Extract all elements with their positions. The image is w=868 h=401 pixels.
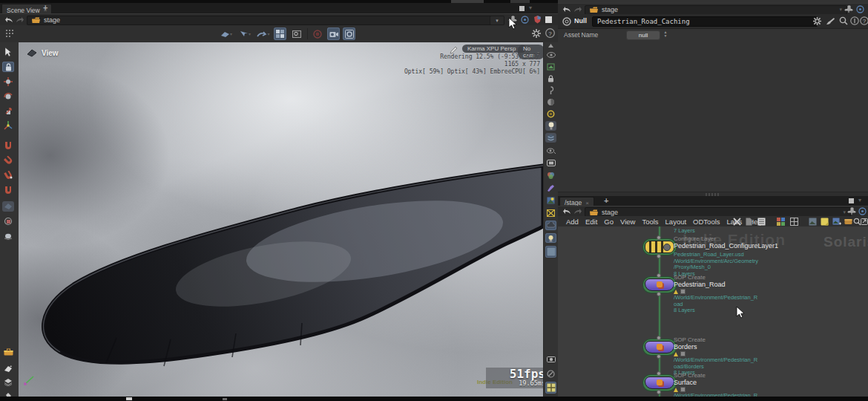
link-compass-icon[interactable] (858, 207, 867, 215)
move-pivot-tool-icon[interactable]: ▾ (257, 28, 270, 39)
shield-icon[interactable] (533, 16, 542, 24)
new-tab-icon[interactable]: + (43, 3, 47, 12)
cloth-sheet-icon[interactable] (2, 363, 14, 374)
drag-handle-dots-icon[interactable] (5, 29, 15, 39)
link-compass-icon[interactable] (521, 16, 529, 24)
view-tool-icon[interactable]: ▾ (220, 28, 233, 39)
backdrop-image-icon[interactable] (545, 246, 556, 258)
network-editor-canvas[interactable]: Indie Edition Solaris 7 Layers Configure… (558, 226, 868, 397)
node-input-connector[interactable] (657, 371, 661, 376)
orbit-sphere-icon[interactable] (2, 231, 14, 241)
node-input-connector[interactable] (657, 235, 661, 240)
notes-list-icon[interactable] (757, 218, 766, 226)
image-view-icon[interactable] (809, 218, 817, 226)
node-output-connector[interactable] (657, 254, 661, 258)
new-tab-icon[interactable]: + (604, 196, 608, 205)
back-arrow-icon[interactable] (562, 6, 571, 13)
value-spinner[interactable]: ▲▼ (662, 30, 669, 39)
transform-tool-icon[interactable] (2, 120, 14, 131)
scroll-up-icon[interactable] (545, 42, 556, 48)
select-tool-icon[interactable] (2, 47, 14, 57)
gear-settings-icon[interactable] (531, 28, 542, 39)
forward-arrow-icon[interactable] (573, 6, 582, 13)
operator-brush-icon[interactable] (826, 17, 835, 25)
node-name-field[interactable]: Pedestrian_Road_Caching (592, 16, 818, 27)
render-view-camera-icon[interactable] (327, 27, 340, 40)
snap-magnet-grid-icon[interactable] (2, 169, 14, 180)
rotate-tool-icon[interactable] (2, 91, 14, 102)
selection-visibility-icon[interactable] (2, 216, 14, 226)
snap-magnet-points-icon[interactable] (2, 140, 14, 150)
node-pedestrian-road[interactable] (643, 277, 676, 293)
menu-tools[interactable]: Tools (642, 218, 658, 226)
render-record-icon[interactable] (312, 28, 323, 39)
color-correction-icon[interactable] (545, 170, 556, 180)
pane-square-icon[interactable] (849, 198, 854, 203)
forward-arrow-icon[interactable] (16, 16, 24, 24)
network-box-icon[interactable] (844, 218, 852, 225)
info-circle-icon[interactable] (850, 16, 859, 25)
help-circle-icon[interactable]: ? (545, 28, 555, 38)
pin-pane-icon[interactable] (847, 207, 856, 215)
lightbulb-icon[interactable] (545, 121, 556, 131)
node-borders[interactable] (643, 339, 676, 355)
help-circle-icon[interactable]: ? (860, 16, 868, 25)
clouds-display-icon[interactable] (545, 221, 556, 230)
pane-square-icon[interactable] (519, 6, 525, 11)
texture-display-icon[interactable] (545, 195, 556, 205)
lamp-display-icon[interactable] (545, 233, 556, 243)
node-output-connector[interactable] (657, 354, 661, 359)
menu-go[interactable]: Go (604, 218, 614, 226)
asset-name-dropdown[interactable]: null (626, 30, 660, 40)
back-arrow-icon[interactable] (562, 208, 571, 215)
snapshot-camera-icon[interactable] (861, 218, 868, 225)
file-ops-icon[interactable] (746, 218, 752, 226)
visibility-eye-icon[interactable] (545, 50, 556, 59)
taskbar-app-icon[interactable] (126, 397, 132, 400)
forward-arrow-icon[interactable] (573, 208, 582, 215)
lock-view-icon[interactable] (545, 74, 556, 83)
select-objects-tool-icon[interactable]: ▾ (238, 28, 251, 39)
reference-grid-icon[interactable] (545, 382, 556, 394)
headlight-icon[interactable] (545, 109, 556, 119)
no-overlay-icon[interactable] (545, 369, 556, 379)
add-image-icon[interactable] (832, 218, 841, 226)
params-path-field[interactable]: stage ▾ (585, 5, 847, 15)
scene-path-field[interactable]: stage (27, 16, 497, 25)
zoom-box-icon[interactable] (291, 28, 303, 39)
layer-stack-icon[interactable] (2, 376, 14, 387)
node-surface[interactable] (643, 375, 676, 391)
menu-odtools[interactable]: ODTools (693, 218, 720, 226)
scene-viewport[interactable]: View Karma XPU Persp ▾ No cam ▾ Renderin… (19, 42, 543, 397)
path-caret-icon[interactable]: ▾ (839, 7, 842, 13)
maximize-square-icon[interactable] (545, 16, 552, 23)
table-grid-icon[interactable] (790, 218, 798, 226)
hook-display-icon[interactable] (545, 85, 556, 95)
scale-tool-icon[interactable] (2, 105, 14, 116)
path-caret-icon[interactable]: ▾ (843, 209, 846, 215)
node-input-connector[interactable] (657, 273, 661, 278)
link-compass-icon[interactable] (856, 5, 864, 13)
color-palette-grid-icon[interactable] (777, 218, 785, 226)
translate-tool-icon[interactable] (2, 76, 14, 87)
menu-view[interactable]: View (620, 218, 635, 226)
pin-pane-icon[interactable] (844, 5, 853, 13)
spinner-down-icon[interactable]: ▼ (664, 34, 668, 38)
menu-layout[interactable]: Layout (665, 218, 687, 226)
paint-overlay-icon[interactable] (545, 183, 556, 192)
toolbox-icon[interactable] (2, 347, 14, 357)
node-ring-icon[interactable] (562, 17, 571, 26)
node-output-connector[interactable] (657, 390, 661, 394)
snap-magnet-edges-icon[interactable] (2, 154, 14, 165)
renderer-selector[interactable]: Karma XPU Persp ▾ (462, 45, 526, 53)
node-output-connector[interactable] (657, 292, 661, 296)
params-body[interactable] (558, 40, 868, 192)
environment-light-icon[interactable] (545, 133, 556, 143)
monitor-gamma-icon[interactable] (545, 158, 556, 168)
node-pedestrian-road-configurelayer1[interactable] (643, 239, 676, 255)
snapshot-gallery-icon[interactable] (274, 27, 286, 40)
sticky-note-icon[interactable] (821, 218, 829, 226)
menu-add[interactable]: Add (566, 218, 579, 226)
eye-options-icon[interactable] (545, 146, 556, 155)
shade-mode-icon[interactable] (545, 97, 556, 107)
